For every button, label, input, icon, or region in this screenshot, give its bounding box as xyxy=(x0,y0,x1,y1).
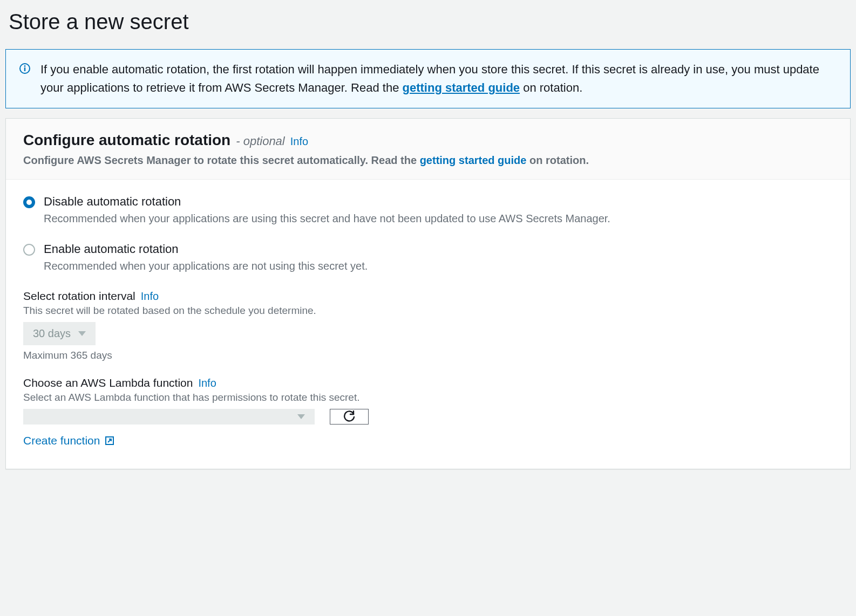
interval-label: Select rotation interval xyxy=(23,290,135,303)
alert-text-after: on rotation. xyxy=(520,81,582,94)
info-alert: If you enable automatic rotation, the fi… xyxy=(5,49,851,108)
interval-desc: This secret will be rotated based on the… xyxy=(23,305,833,317)
lambda-select xyxy=(23,409,315,425)
panel-body: Disable automatic rotation Recommended w… xyxy=(6,180,850,469)
radio-input-enable[interactable] xyxy=(23,244,35,256)
radio-input-disable[interactable] xyxy=(23,196,35,208)
svg-point-1 xyxy=(24,65,26,67)
interval-hint: Maximum 365 days xyxy=(23,350,833,361)
interval-field: Select rotation interval Info This secre… xyxy=(23,290,833,361)
lambda-desc: Select an AWS Lambda function that has p… xyxy=(23,392,833,403)
panel-header: Configure automatic rotation - optional … xyxy=(6,119,850,180)
panel-subtitle-after: on rotation. xyxy=(526,154,589,166)
chevron-down-icon xyxy=(78,331,86,336)
getting-started-link[interactable]: getting started guide xyxy=(403,81,520,94)
panel-subtitle: Configure AWS Secrets Manager to rotate … xyxy=(23,152,833,168)
rotation-panel: Configure automatic rotation - optional … xyxy=(5,118,851,469)
page-title: Store a new secret xyxy=(5,0,851,49)
alert-text: If you enable automatic rotation, the fi… xyxy=(40,60,837,97)
interval-select: 30 days xyxy=(23,322,96,345)
radio-enable-rotation[interactable]: Enable automatic rotation Recommended wh… xyxy=(23,242,833,273)
panel-title: Configure automatic rotation xyxy=(23,132,230,149)
external-link-icon xyxy=(104,435,115,446)
lambda-info-link[interactable]: Info xyxy=(198,377,216,389)
panel-info-link[interactable]: Info xyxy=(290,135,308,148)
create-function-link[interactable]: Create function xyxy=(23,434,115,447)
lambda-label: Choose an AWS Lambda function xyxy=(23,377,193,389)
optional-tag: - optional xyxy=(236,134,285,148)
panel-subtitle-link[interactable]: getting started guide xyxy=(420,154,527,166)
lambda-field: Choose an AWS Lambda function Info Selec… xyxy=(23,377,833,447)
refresh-button[interactable] xyxy=(330,409,369,425)
chevron-down-icon xyxy=(297,414,305,419)
info-icon xyxy=(19,63,31,74)
radio-desc: Recommended when your applications are n… xyxy=(44,258,368,273)
panel-subtitle-before: Configure AWS Secrets Manager to rotate … xyxy=(23,154,420,166)
interval-value: 30 days xyxy=(33,327,71,340)
refresh-icon xyxy=(343,410,356,423)
create-function-text: Create function xyxy=(23,434,100,447)
radio-label: Disable automatic rotation xyxy=(44,195,610,209)
radio-disable-rotation[interactable]: Disable automatic rotation Recommended w… xyxy=(23,195,833,226)
radio-label: Enable automatic rotation xyxy=(44,242,368,256)
interval-info-link[interactable]: Info xyxy=(141,290,159,303)
radio-desc: Recommended when your applications are u… xyxy=(44,211,610,226)
svg-rect-2 xyxy=(24,67,25,71)
